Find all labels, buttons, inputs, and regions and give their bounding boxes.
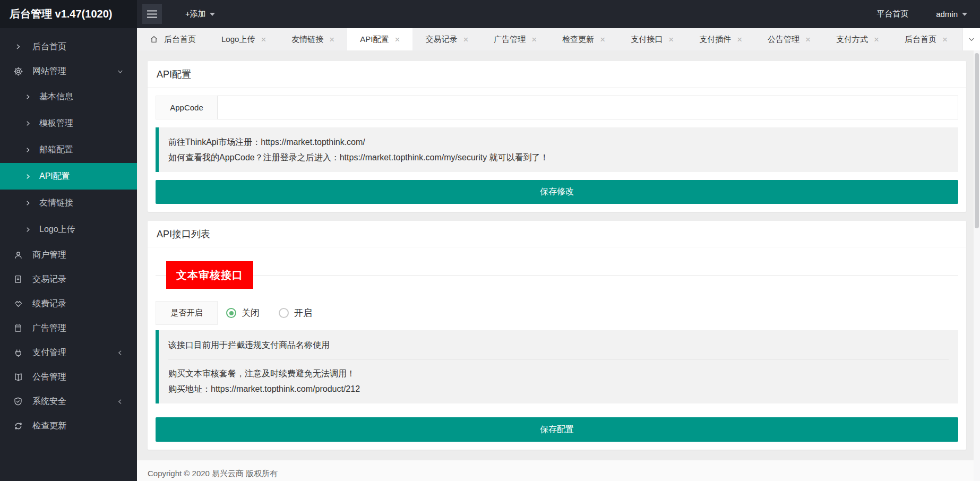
close-icon[interactable]: × [394, 35, 400, 44]
tab-label: 后台首页 [164, 35, 196, 45]
tab-label: Logo上传 [221, 35, 255, 45]
appcode-help-note: 前往ThinkApi市场注册：https://market.topthink.c… [156, 127, 958, 172]
tab-check-update[interactable]: 检查更新 × [549, 28, 618, 50]
radio-unchecked-icon [279, 308, 289, 318]
text-audit-fieldset: 文本审核接口 [156, 261, 958, 289]
close-icon[interactable]: × [463, 35, 468, 44]
note-line: 该接口目前用于拦截违规支付商品名称使用 [168, 337, 949, 353]
sidebar: 后台首页 网站管理 基本信息 模板管理 邮箱配置 API配置 友情链接 Logo… [0, 28, 137, 481]
user-menu[interactable]: admin [936, 10, 967, 19]
tab-label: 交易记录 [425, 35, 457, 45]
close-icon[interactable]: × [531, 35, 537, 44]
text-audit-note: 该接口目前用于拦截违规支付商品名称使用 购买文本审核套餐，注意及时续费避免无法调… [156, 330, 958, 403]
tab-home-2[interactable]: 后台首页 × [892, 28, 960, 50]
tab-home[interactable]: 后台首页 [137, 28, 209, 50]
tab-label: 支付方式 [836, 35, 868, 45]
tab-label: 检查更新 [562, 35, 594, 45]
tab-logo-upload[interactable]: Logo上传 × [209, 28, 279, 50]
sync-icon [13, 421, 23, 431]
sidebar-item-friend-links[interactable]: 友情链接 [0, 190, 137, 216]
sidebar-item-label: 交易记录 [32, 274, 66, 285]
tab-friend-links[interactable]: 友情链接 × [279, 28, 347, 50]
sidebar-item-email-config[interactable]: 邮箱配置 [0, 136, 137, 163]
tab-label: API配置 [360, 35, 389, 45]
sidebar-item-ads[interactable]: 广告管理 [0, 316, 137, 340]
sidebar-item-label: 检查更新 [32, 420, 66, 432]
sidebar-item-label: API配置 [39, 171, 70, 182]
sidebar-item-announcements[interactable]: 公告管理 [0, 365, 137, 389]
radio-option-open[interactable]: 开启 [279, 307, 312, 319]
save-config-button[interactable]: 保存配置 [156, 417, 958, 442]
radio-option-close[interactable]: 关闭 [226, 307, 260, 319]
close-icon[interactable]: × [329, 35, 334, 44]
sidebar-item-dashboard[interactable]: 后台首页 [0, 35, 137, 59]
gear-icon [13, 66, 23, 76]
note-line: 购买文本审核套餐，注意及时续费避免无法调用！ [168, 366, 949, 381]
platform-home-link[interactable]: 平台首页 [876, 9, 908, 19]
chevron-right-icon [24, 200, 31, 206]
tab-payment-methods[interactable]: 支付方式 × [823, 28, 892, 50]
footer-copyright: Copyright © 2020 易兴云商 版权所有 [137, 460, 980, 481]
tab-label: 支付接口 [631, 35, 663, 45]
sidebar-item-template[interactable]: 模板管理 [0, 110, 137, 136]
sidebar-item-label: 网站管理 [32, 66, 66, 77]
sidebar-item-site-management[interactable]: 网站管理 [0, 59, 137, 83]
radio-label: 关闭 [242, 307, 260, 319]
sidebar-item-api-config[interactable]: API配置 [0, 163, 137, 190]
close-icon[interactable]: × [261, 35, 266, 44]
main-content: API配置 AppCode 前往ThinkApi市场注册：https://mar… [137, 50, 980, 481]
chevron-right-icon [24, 174, 31, 179]
chevron-right-icon [13, 44, 23, 50]
sidebar-item-check-update[interactable]: 检查更新 [0, 414, 137, 438]
plug-icon [13, 348, 23, 358]
sidebar-item-label: 系统安全 [32, 396, 66, 407]
sidebar-item-logo-upload[interactable]: Logo上传 [0, 216, 137, 243]
card-body: 文本审核接口 是否开启 关闭 开启 该接口目前用于拦截违规支付商品名称使用 [148, 247, 966, 450]
api-config-card: API配置 AppCode 前往ThinkApi市场注册：https://mar… [148, 61, 966, 212]
scrollbar-thumb[interactable] [975, 53, 979, 228]
tab-list-dropdown-button[interactable] [962, 28, 980, 50]
tab-label: 公告管理 [768, 35, 800, 45]
scrollbar-track[interactable] [974, 50, 980, 481]
user-icon [13, 250, 23, 260]
close-icon[interactable]: × [668, 35, 674, 44]
close-icon[interactable]: × [805, 35, 811, 44]
tab-payment-plugin[interactable]: 支付插件 × [686, 28, 755, 50]
appcode-row: AppCode [156, 96, 958, 119]
caret-down-icon [210, 13, 215, 16]
close-icon[interactable]: × [737, 35, 742, 44]
radio-checked-icon [226, 308, 236, 318]
menu-toggle-button[interactable] [142, 4, 162, 24]
sidebar-item-merchants[interactable]: 商户管理 [0, 243, 137, 267]
add-button[interactable]: +添加 [185, 9, 215, 19]
sidebar-item-label: 模板管理 [39, 118, 73, 129]
tab-label: 后台首页 [905, 35, 936, 45]
header-right: 平台首页 admin [876, 9, 980, 19]
tab-ads[interactable]: 广告管理 × [481, 28, 549, 50]
sidebar-item-transactions[interactable]: 交易记录 [0, 267, 137, 291]
tab-announcements[interactable]: 公告管理 × [755, 28, 823, 50]
username: admin [936, 10, 958, 19]
close-icon[interactable]: × [942, 35, 948, 44]
appcode-label: AppCode [156, 96, 218, 119]
sidebar-item-label: 续费记录 [32, 298, 66, 310]
sidebar-item-basic-info[interactable]: 基本信息 [0, 83, 137, 110]
tab-api-config[interactable]: API配置 × [347, 28, 412, 50]
save-changes-button[interactable]: 保存修改 [156, 180, 958, 204]
api-list-card: API接口列表 文本审核接口 是否开启 关闭 开启 [148, 221, 966, 450]
shield-icon [13, 397, 23, 406]
sidebar-item-renewals[interactable]: 续费记录 [0, 291, 137, 316]
close-icon[interactable]: × [874, 35, 879, 44]
card-title: API配置 [148, 61, 966, 88]
sidebar-item-payment[interactable]: 支付管理 [0, 340, 137, 365]
tab-label: 广告管理 [494, 35, 526, 45]
appcode-input[interactable] [217, 96, 958, 119]
tab-label: 友情链接 [291, 35, 323, 45]
sidebar-item-security[interactable]: 系统安全 [0, 389, 137, 414]
tab-transactions[interactable]: 交易记录 × [412, 28, 481, 50]
sidebar-item-label: 广告管理 [32, 323, 66, 334]
radio-group: 关闭 开启 [226, 307, 312, 319]
tab-payment-api[interactable]: 支付接口 × [618, 28, 686, 50]
close-icon[interactable]: × [600, 35, 605, 44]
home-icon [150, 35, 158, 44]
